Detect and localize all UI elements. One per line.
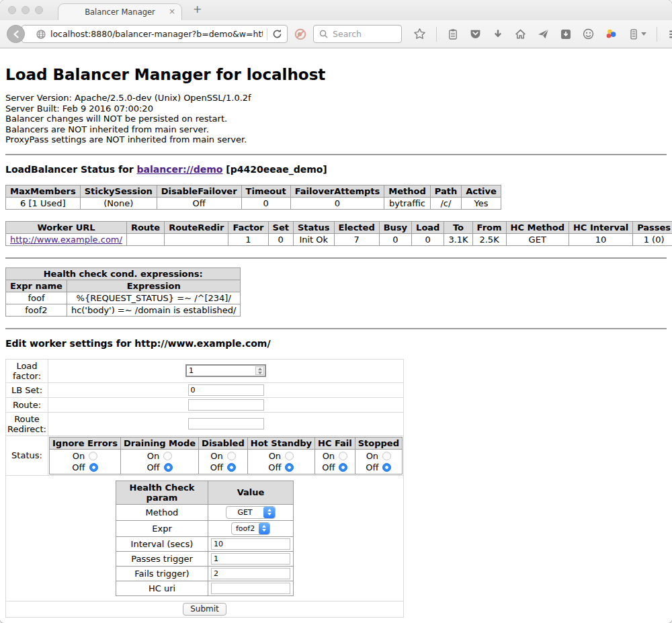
page-actions-button[interactable]: [628, 28, 646, 40]
status-col4-off-radio[interactable]: [339, 463, 347, 472]
pocket-button[interactable]: [469, 28, 482, 40]
new-tab-button[interactable]: +: [193, 3, 202, 15]
cell-route: [126, 233, 164, 245]
save-page-button[interactable]: [560, 28, 572, 40]
health-expressions-table: Health check cond. expressions: Expr nam…: [5, 267, 241, 317]
cell-routeredir: [165, 233, 228, 245]
load-factor-label: Load factor:: [6, 359, 48, 382]
browser-window: Balancer Manager × + localhost:8880/bala…: [0, 0, 672, 623]
worker-status-table: Worker URL Route RouteRedir Factor Set S…: [5, 221, 672, 246]
cell-maxmembers: 6 [1 Used]: [6, 197, 81, 209]
col-worker-url: Worker URL: [6, 221, 127, 233]
number-stepper-icon[interactable]: [255, 366, 264, 375]
cell-failoverattempts: 0: [290, 197, 384, 209]
route-redirect-label: Route Redirect:: [6, 412, 48, 435]
toolbar-divider: [436, 27, 437, 42]
downloads-button[interactable]: [492, 28, 504, 40]
window-close-button[interactable]: [8, 6, 16, 14]
table-title-row: Health check cond. expressions:: [6, 267, 241, 280]
info-line: ProxyPass settings are NOT inherited fro…: [5, 134, 667, 145]
status-col1-on-radio[interactable]: [163, 452, 172, 460]
status-col1-off-radio[interactable]: [164, 463, 173, 472]
radio-off-label: Off: [366, 462, 378, 473]
form-row-health-check: Health Check param Value Method GET: [6, 475, 404, 601]
hc-expr-value: foof2: [232, 524, 259, 533]
reload-icon[interactable]: [271, 28, 283, 40]
feedback-button[interactable]: [582, 28, 595, 40]
lb-set-input[interactable]: [188, 384, 264, 396]
worker-url-link[interactable]: http://www.example.com/: [10, 235, 122, 245]
status-radio-table: Ignore Errors Draining Mode Disabled Hot…: [49, 437, 403, 474]
col-hot-standby: Hot Standby: [247, 437, 314, 449]
home-icon: [514, 28, 527, 40]
search-bar[interactable]: Search: [313, 25, 402, 43]
hc-interval-input[interactable]: [211, 538, 290, 550]
home-button[interactable]: [514, 28, 527, 40]
cell-path: /c/: [430, 197, 461, 209]
window-zoom-button[interactable]: [35, 6, 43, 14]
col-status: Status: [293, 221, 334, 233]
cell-from: 2.5K: [472, 233, 506, 245]
status-col3-off-radio[interactable]: [285, 463, 294, 472]
cell-timeout: 0: [241, 197, 290, 209]
extension-colors-button[interactable]: [605, 28, 618, 40]
url-text[interactable]: localhost:8880/balancer-manager?b=demo&w…: [50, 29, 263, 39]
route-input[interactable]: [188, 399, 264, 411]
reading-list-button[interactable]: [447, 28, 459, 40]
page-content: Load Balancer Manager for localhost Serv…: [0, 48, 672, 622]
col-ignore-errors: Ignore Errors: [50, 437, 121, 449]
menu-button[interactable]: [667, 28, 672, 41]
col-method: Method: [384, 185, 430, 197]
hc-method-select[interactable]: GET: [226, 506, 276, 519]
status-col0-off-radio[interactable]: [89, 463, 98, 472]
hc-passes-label: Passes trigger: [116, 551, 208, 566]
cell-active: Yes: [462, 197, 501, 209]
hc-uri-input[interactable]: [211, 583, 290, 594]
search-icon: [319, 29, 329, 39]
back-button[interactable]: [7, 25, 25, 43]
url-bar[interactable]: localhost:8880/balancer-manager?b=demo&w…: [22, 25, 288, 43]
status-col4-on-radio[interactable]: [339, 452, 347, 460]
col-set: Set: [268, 221, 293, 233]
load-factor-input[interactable]: 1: [185, 364, 266, 377]
route-label: Route:: [6, 397, 48, 412]
col-timeout: Timeout: [241, 185, 290, 197]
status-col0-on-radio[interactable]: [89, 452, 97, 460]
route-redirect-input[interactable]: [188, 418, 264, 429]
form-row-route: Route:: [6, 397, 404, 412]
col-maxmembers: MaxMembers: [6, 185, 81, 197]
expr-table-title: Health check cond. expressions:: [6, 267, 241, 280]
status-col5-off-radio[interactable]: [382, 463, 391, 472]
cell-status: Init Ok: [293, 233, 334, 245]
submit-button[interactable]: Submit: [183, 603, 226, 616]
smiley-icon: [582, 28, 595, 40]
table-header-row: MaxMembers StickySession DisableFailover…: [6, 185, 501, 197]
cell-busy: 0: [379, 233, 411, 245]
cell-worker-url: http://www.example.com/: [6, 233, 127, 245]
balancer-demo-link[interactable]: balancer://demo: [137, 164, 223, 175]
status-col2-off-radio[interactable]: [227, 463, 236, 472]
clipboard-icon: [447, 28, 459, 40]
col-hc-param: Health Check param: [116, 481, 208, 504]
hc-passes-input[interactable]: [211, 553, 290, 565]
hc-row-interval: Interval (secs): [116, 536, 294, 551]
lb-status-suffix: [p4420eeae_demo]: [222, 164, 327, 175]
content-blocker-button[interactable]: [294, 28, 307, 41]
hc-row-uri: HC uri: [116, 581, 294, 595]
tab-balancer-manager[interactable]: Balancer Manager ×: [58, 3, 182, 20]
tab-close-icon[interactable]: ×: [169, 7, 175, 16]
status-col2-on-radio[interactable]: [227, 452, 236, 460]
col-route: Route: [126, 221, 164, 233]
hc-fails-input[interactable]: [211, 568, 290, 579]
status-col3-on-radio[interactable]: [285, 452, 294, 460]
url-divider: [267, 28, 267, 40]
send-tab-button[interactable]: [537, 28, 550, 40]
hc-expr-select[interactable]: foof2: [231, 522, 270, 535]
window-minimize-button[interactable]: [22, 6, 30, 14]
server-info: Server Version: Apache/2.5.0-dev (Unix) …: [5, 93, 667, 145]
status-col5-on-radio[interactable]: [382, 452, 391, 460]
bookmark-star-button[interactable]: [413, 28, 426, 40]
col-passes: Passes: [633, 221, 672, 233]
col-hc-value: Value: [208, 481, 294, 504]
table-header-row: Worker URL Route RouteRedir Factor Set S…: [6, 221, 672, 233]
